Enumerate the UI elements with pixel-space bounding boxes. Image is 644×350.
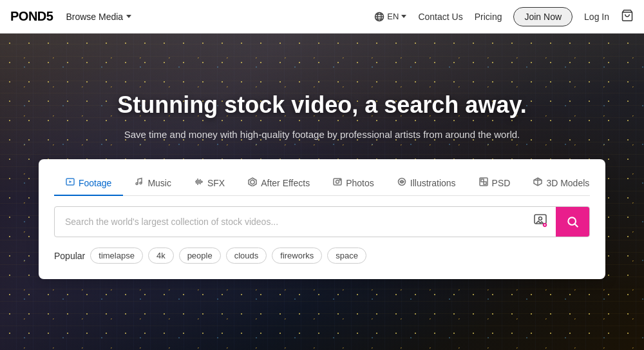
tab-after-effects-label: After Effects bbox=[261, 178, 310, 188]
tab-sfx[interactable]: SFX bbox=[183, 172, 236, 196]
tab-sfx-label: SFX bbox=[207, 178, 225, 188]
hero-content: Stunning stock video, a search away. Sav… bbox=[0, 34, 644, 279]
tab-psd[interactable]: PSD bbox=[468, 172, 522, 196]
tab-music-label: Music bbox=[147, 178, 171, 188]
tag-people[interactable]: people bbox=[179, 248, 221, 264]
svg-point-9 bbox=[140, 182, 142, 184]
sfx-icon bbox=[194, 177, 204, 188]
tab-illustrations[interactable]: Illustrations bbox=[386, 172, 468, 196]
photos-icon bbox=[333, 177, 342, 188]
nav-right: EN Contact Us Pricing Join Now Log In bbox=[374, 7, 634, 26]
music-icon bbox=[135, 177, 144, 188]
tab-after-effects[interactable]: After Effects bbox=[236, 172, 321, 196]
illustrations-icon bbox=[397, 177, 406, 188]
login-link[interactable]: Log In bbox=[584, 12, 609, 22]
tab-photos[interactable]: Photos bbox=[321, 172, 386, 196]
svg-point-21 bbox=[339, 179, 341, 180]
tab-3d-models[interactable]: 3D Models bbox=[522, 172, 601, 196]
popular-tags-row: Popular timelapse 4k people clouds firew… bbox=[54, 248, 590, 264]
media-type-tabs: Footage Music SFX bbox=[54, 172, 590, 196]
3d-models-icon bbox=[533, 177, 542, 188]
popular-label: Popular bbox=[54, 251, 85, 261]
footage-icon bbox=[66, 177, 75, 188]
svg-marker-7 bbox=[70, 180, 72, 183]
tag-space[interactable]: space bbox=[327, 248, 366, 264]
tag-clouds[interactable]: clouds bbox=[226, 248, 267, 264]
cart-icon bbox=[621, 9, 634, 22]
tab-music[interactable]: Music bbox=[123, 172, 183, 196]
search-input[interactable] bbox=[55, 217, 525, 227]
tab-3d-models-label: 3D Models bbox=[546, 178, 589, 188]
browse-media-label: Browse Media bbox=[66, 12, 123, 22]
visual-search-icon bbox=[533, 213, 548, 228]
svg-point-23 bbox=[401, 181, 402, 183]
globe-icon bbox=[374, 12, 384, 22]
svg-point-20 bbox=[336, 180, 339, 184]
language-label: EN bbox=[387, 12, 399, 21]
hero-section: Stunning stock video, a search away. Sav… bbox=[0, 34, 644, 350]
search-icon bbox=[566, 215, 579, 228]
svg-point-31 bbox=[539, 217, 542, 220]
svg-point-35 bbox=[568, 217, 576, 225]
language-selector[interactable]: EN bbox=[374, 12, 406, 22]
navbar: POND5 Browse Media EN Contact Us Pricing… bbox=[0, 0, 644, 34]
tag-4k[interactable]: 4k bbox=[148, 248, 174, 264]
tab-illustrations-label: Illustrations bbox=[410, 178, 456, 188]
join-now-button[interactable]: Join Now bbox=[513, 7, 573, 26]
svg-point-8 bbox=[136, 183, 138, 185]
search-button[interactable] bbox=[556, 206, 589, 237]
psd-icon bbox=[479, 177, 488, 188]
lang-chevron-icon bbox=[401, 15, 406, 18]
browse-media-button[interactable]: Browse Media bbox=[66, 12, 131, 22]
tab-footage[interactable]: Footage bbox=[54, 172, 123, 196]
tag-timelapse[interactable]: timelapse bbox=[90, 248, 143, 264]
pricing-link[interactable]: Pricing bbox=[475, 12, 502, 22]
svg-line-36 bbox=[575, 224, 578, 228]
chevron-down-icon bbox=[126, 15, 131, 18]
cart-button[interactable] bbox=[621, 9, 634, 24]
tab-footage-label: Footage bbox=[79, 178, 111, 188]
search-card: Footage Music SFX bbox=[39, 159, 605, 279]
tag-fireworks[interactable]: fireworks bbox=[272, 248, 322, 264]
hero-subtitle: Save time and money with high-quality fo… bbox=[124, 129, 520, 140]
svg-rect-26 bbox=[484, 182, 486, 184]
tab-photos-label: Photos bbox=[346, 178, 374, 188]
visual-search-button[interactable] bbox=[525, 213, 556, 231]
svg-marker-18 bbox=[251, 180, 254, 184]
logo[interactable]: POND5 bbox=[10, 9, 53, 24]
tab-psd-label: PSD bbox=[492, 178, 511, 188]
hero-title: Stunning stock video, a search away. bbox=[117, 92, 527, 119]
svg-marker-17 bbox=[249, 178, 256, 186]
search-bar bbox=[54, 206, 590, 237]
contact-us-link[interactable]: Contact Us bbox=[418, 12, 462, 22]
after-effects-icon bbox=[248, 177, 257, 188]
